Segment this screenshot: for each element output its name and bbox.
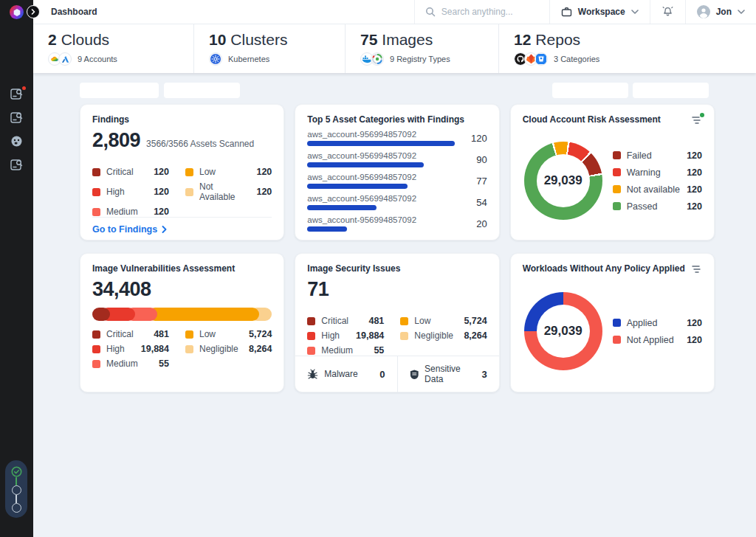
asset-category-row[interactable]: aws_account-95699485709220 — [307, 215, 487, 232]
legend-label: Medium — [106, 207, 138, 217]
security-issues-legend: Critical481High19,884Medium55Low5,724Neg… — [307, 316, 487, 356]
legend-swatch — [400, 317, 408, 325]
workspace-dropdown[interactable]: Workspace — [550, 0, 650, 24]
stat-value: 12 — [514, 31, 531, 49]
asset-category-value: 120 — [455, 133, 487, 144]
legend-label: Negligible — [414, 330, 453, 341]
threat-face-icon — [10, 134, 24, 148]
sidebar — [0, 0, 33, 537]
card-title: Image Security Issues — [307, 263, 400, 274]
asset-category-value: 54 — [455, 197, 487, 208]
legend-swatch — [92, 188, 100, 196]
search-input[interactable] — [441, 7, 537, 17]
kubernetes-icon — [209, 52, 222, 66]
asset-category-row[interactable]: aws_account-95699485709254 — [307, 194, 487, 210]
donut-hole: 29,039 — [537, 154, 590, 207]
legend-swatch — [307, 317, 315, 325]
bug-icon — [307, 369, 318, 380]
chevron-right-icon — [162, 226, 167, 233]
risk-total: 29,039 — [544, 173, 583, 188]
vulnerabilities-count: 34,408 — [92, 278, 151, 301]
asset-category-bar — [307, 141, 454, 146]
briefcase-icon — [561, 7, 572, 17]
asset-category-label: aws_account-956994857092 — [307, 151, 454, 160]
legend-value: 55 — [374, 345, 384, 356]
stat-repos[interactable]: 12 Repos 3 Categories — [498, 24, 756, 73]
legend-label: Critical — [106, 167, 134, 177]
legend-item: High19,884 — [307, 330, 384, 341]
malware-value: 0 — [379, 369, 385, 380]
asset-category-bar — [307, 226, 347, 232]
sidebar-item-threats[interactable] — [10, 134, 24, 149]
risk-donut-chart: 29,039 — [524, 142, 602, 220]
bar-segment — [92, 308, 110, 321]
search-box[interactable] — [415, 7, 549, 17]
asset-scan-icon — [10, 87, 24, 101]
filter-icon[interactable] — [692, 114, 702, 128]
legend-label: High — [106, 344, 125, 354]
legend-label: Low — [414, 316, 430, 326]
asset-category-value: 20 — [455, 218, 487, 229]
sensitive-data-value: 3 — [481, 369, 487, 380]
sidebar-collapse-button[interactable] — [27, 5, 40, 18]
notification-dot — [22, 86, 26, 90]
legend-label: Failed — [627, 150, 652, 161]
risk-legend: Failed120Warning120Not available120Passe… — [613, 150, 702, 212]
legend-value: 481 — [154, 329, 169, 339]
app-logo-icon[interactable] — [10, 5, 24, 19]
user-menu[interactable]: Jon — [686, 0, 756, 24]
legend-value: 120 — [687, 335, 702, 345]
sensitive-data-stat[interactable]: Sensitive Data 3 — [397, 356, 499, 392]
donut-hole: 29,039 — [537, 305, 590, 358]
stat-label: Clouds — [61, 31, 109, 49]
asset-category-row[interactable]: aws_account-95699485709290 — [307, 151, 487, 167]
asset-category-label: aws_account-956994857092 — [307, 173, 454, 181]
sidebar-item-registry-scan[interactable] — [10, 158, 24, 173]
legend-value: 120 — [256, 187, 272, 197]
stat-value: 2 — [48, 31, 57, 49]
legend-label: Critical — [321, 316, 348, 326]
stat-subtext: 9 Accounts — [78, 55, 117, 63]
card-title: Top 5 Asset Categories with Findings — [307, 114, 464, 125]
card-cloud-risk: Cloud Account Risk Assessment 29,039 Fai… — [510, 104, 715, 240]
malware-stat[interactable]: Malware 0 — [295, 356, 396, 392]
legend-label: Not available — [627, 184, 680, 195]
legend-value: 120 — [687, 167, 702, 178]
legend-label: Not Applied — [627, 335, 674, 345]
step-connector — [16, 477, 17, 485]
chevron-down-icon — [631, 10, 639, 14]
stat-images[interactable]: 75 Images 9 Registry Types — [345, 24, 498, 73]
asset-category-row[interactable]: aws_account-95699485709277 — [307, 173, 487, 189]
asset-category-value: 77 — [455, 176, 487, 187]
stat-clouds[interactable]: 2 Clouds 9 Accounts — [48, 24, 193, 73]
onboarding-stepper[interactable] — [5, 460, 27, 518]
legend-item: Not Available120 — [185, 181, 272, 202]
card-workloads-policy: Workloads Without Any Policy Applied 29,… — [510, 253, 715, 392]
notifications-button[interactable] — [650, 0, 685, 24]
asset-category-bar — [307, 184, 408, 189]
go-to-findings-link[interactable]: Go to Findings — [92, 217, 272, 235]
legend-item: Critical120 — [92, 167, 169, 177]
legend-value: 5,724 — [249, 329, 272, 339]
filter-icon[interactable] — [692, 263, 702, 277]
link-label: Go to Findings — [92, 224, 157, 235]
legend-item: Passed120 — [613, 201, 702, 212]
stat-clusters[interactable]: 10 Clusters Kubernetes — [193, 24, 345, 73]
legend-label: Low — [199, 167, 216, 177]
legend-item: Medium55 — [307, 345, 384, 356]
sidebar-item-image-scan[interactable] — [10, 111, 24, 125]
card-image-security-issues: Image Security Issues 71 Critical481High… — [295, 253, 499, 392]
asset-category-bars: aws_account-956994857092120aws_account-9… — [307, 130, 487, 232]
workloads-legend: Applied120Not Applied120 — [613, 318, 702, 345]
legend-value: 55 — [159, 358, 169, 369]
legend-label: Medium — [106, 358, 138, 369]
registry-scan-icon — [10, 158, 24, 172]
registry-icon — [371, 52, 384, 66]
legend-label: Critical — [106, 329, 134, 339]
legend-value: 120 — [154, 187, 169, 197]
legend-label: Warning — [627, 167, 661, 178]
sidebar-item-asset-scan[interactable] — [10, 87, 24, 102]
cards-grid: Findings 2,809 3566/3566 Assets Scanned … — [80, 104, 715, 392]
asset-category-row[interactable]: aws_account-956994857092120 — [307, 130, 487, 146]
legend-swatch — [92, 208, 100, 216]
